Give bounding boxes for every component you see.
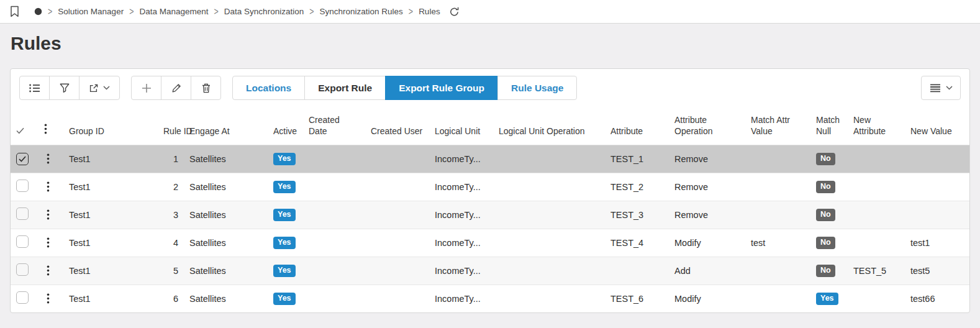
bookmark-icon[interactable] [10, 6, 19, 17]
column-header-label: Null [816, 126, 831, 136]
cell-menu [39, 145, 61, 173]
column-header-match_null[interactable]: MatchNull [809, 106, 846, 145]
column-header-group_id[interactable]: Group ID [61, 106, 156, 145]
cell-select [11, 257, 39, 285]
breadcrumb-item[interactable]: Solution Manager [58, 7, 124, 16]
cell-select [11, 145, 39, 173]
kebab-icon [44, 124, 47, 134]
cell-created_date [301, 201, 363, 229]
cell-logical_unit: IncomeTy... [427, 145, 491, 173]
row-checkbox[interactable] [16, 235, 29, 248]
export-button[interactable] [79, 76, 120, 100]
cell-menu [39, 257, 61, 285]
column-header-new_attribute[interactable]: NewAttribute [846, 106, 903, 145]
view-options-button[interactable] [921, 76, 961, 100]
row-checkbox[interactable] [16, 207, 29, 220]
edit-button[interactable] [161, 76, 191, 100]
tab-rule-usage[interactable]: Rule Usage [497, 76, 577, 100]
column-header-created_user[interactable]: Created User [363, 106, 427, 145]
refresh-icon[interactable] [449, 7, 460, 17]
cell-active: Yes [266, 285, 301, 312]
column-header-label: Value [751, 126, 773, 136]
row-checkbox[interactable] [16, 263, 29, 276]
filter-button[interactable] [49, 76, 79, 100]
match-null-badge: No [816, 181, 835, 194]
cell-logical_unit_operation [491, 285, 603, 312]
list-button[interactable] [19, 76, 50, 100]
page-header: Rules [0, 24, 980, 68]
add-button[interactable] [131, 76, 161, 100]
toolbar-icon-group [131, 76, 221, 100]
tab-export-rule[interactable]: Export Rule [304, 76, 386, 100]
tab-locations[interactable]: Locations [232, 76, 305, 100]
cell-created_user [363, 201, 427, 229]
cell-rule_id: 5 [156, 257, 182, 285]
list-icon [29, 84, 40, 93]
active-badge: Yes [273, 209, 296, 222]
row-checkbox[interactable] [16, 291, 29, 304]
cell-new_attribute [846, 173, 903, 201]
row-menu-button[interactable] [44, 152, 52, 165]
cell-match_attr_value [743, 201, 809, 229]
cell-menu [39, 201, 61, 229]
tab-export-rule-group[interactable]: Export Rule Group [385, 76, 498, 100]
row-menu-button[interactable] [44, 264, 52, 277]
cell-created_date [301, 145, 363, 173]
column-header-label: New [853, 115, 871, 125]
breadcrumb-item[interactable]: Data Synchronization [224, 7, 304, 16]
column-header-label: Rule ID [163, 126, 193, 136]
column-header-active[interactable]: Active [266, 106, 301, 145]
breadcrumb-item[interactable]: Rules [419, 7, 440, 16]
column-header-attribute_operation[interactable]: AttributeOperation [667, 106, 743, 145]
cell-engage_at: Satellites [182, 145, 266, 173]
column-header-label: Match [816, 115, 840, 125]
filter-icon [60, 83, 70, 93]
active-badge: Yes [273, 181, 296, 194]
row-menu-button[interactable] [44, 180, 52, 193]
column-header-logical_unit[interactable]: Logical Unit [427, 106, 491, 145]
cell-logical_unit_operation [491, 201, 603, 229]
cell-rule_id: 3 [156, 201, 182, 229]
column-header-match_attr_value[interactable]: Match AttrValue [743, 106, 809, 145]
cell-menu [39, 229, 61, 257]
column-header-created_date[interactable]: CreatedDate [301, 106, 363, 145]
column-header-logical_unit_operation[interactable]: Logical Unit Operation [491, 106, 603, 145]
cell-active: Yes [266, 229, 301, 257]
active-badge: Yes [273, 293, 296, 306]
table-row: Test15SatellitesYesIncomeTy...AddNoTEST_… [11, 257, 969, 285]
cell-attribute [603, 257, 667, 285]
column-header-attribute[interactable]: Attribute [603, 106, 667, 145]
column-header-rule_id[interactable]: Rule ID [156, 106, 182, 145]
cell-rule_id: 6 [156, 285, 182, 312]
column-header-select[interactable] [11, 106, 39, 145]
row-checkbox[interactable] [16, 180, 29, 192]
breadcrumb-separator: > [48, 6, 52, 17]
breadcrumb-item[interactable]: Synchronization Rules [319, 7, 402, 16]
cell-logical_unit_operation [491, 229, 603, 257]
cell-attribute_operation: Modify [667, 285, 743, 312]
cell-engage_at: Satellites [182, 257, 266, 285]
delete-button[interactable] [191, 76, 221, 100]
cell-attribute_operation: Remove [667, 145, 743, 173]
cell-attribute: TEST_1 [603, 145, 667, 173]
cell-engage_at: Satellites [182, 173, 266, 201]
column-header-label: Operation [674, 126, 712, 136]
row-menu-button[interactable] [44, 236, 52, 249]
column-header-label: Match Attr [751, 115, 790, 125]
column-header-label: Attribute [853, 126, 886, 136]
cell-match_null: No [809, 173, 846, 201]
row-menu-button[interactable] [44, 208, 52, 221]
row-menu-button[interactable] [44, 292, 52, 305]
table-row: Test11SatellitesYesIncomeTy...TEST_1Remo… [11, 145, 969, 173]
cell-logical_unit: IncomeTy... [427, 229, 491, 257]
cell-created_date [301, 173, 363, 201]
column-header-new_value[interactable]: New Value [903, 106, 969, 145]
delete-icon [202, 83, 211, 93]
cell-logical_unit: IncomeTy... [427, 173, 491, 201]
table-row: Test13SatellitesYesIncomeTy...TEST_3Remo… [11, 201, 969, 229]
cell-rule_id: 2 [156, 173, 182, 201]
column-header-engage_at[interactable]: Engage At [182, 106, 266, 145]
row-checkbox[interactable] [16, 153, 29, 165]
breadcrumb-item[interactable]: Data Management [139, 7, 208, 16]
cell-logical_unit: IncomeTy... [427, 285, 491, 312]
